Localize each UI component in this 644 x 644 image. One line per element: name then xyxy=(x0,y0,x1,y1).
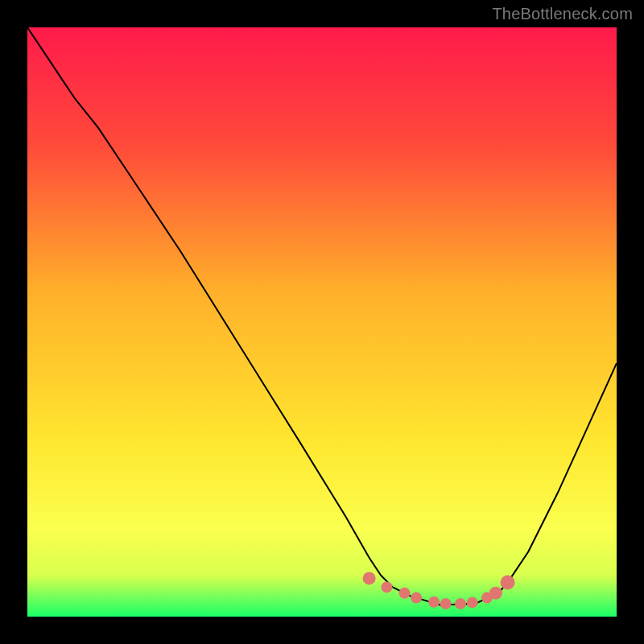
data-point xyxy=(363,572,376,584)
data-point xyxy=(382,581,393,592)
chart-svg xyxy=(27,27,617,617)
chart-stage: TheBottleneck.com xyxy=(0,0,644,644)
data-point xyxy=(399,588,411,599)
chart-plot xyxy=(27,27,617,617)
data-point xyxy=(489,587,502,600)
data-point xyxy=(411,592,422,604)
data-point xyxy=(428,597,440,608)
data-point xyxy=(440,598,452,609)
data-point xyxy=(501,576,515,590)
watermark-text: TheBottleneck.com xyxy=(492,5,633,23)
data-point xyxy=(455,598,466,609)
data-point xyxy=(467,597,478,608)
gradient-background xyxy=(27,27,617,617)
